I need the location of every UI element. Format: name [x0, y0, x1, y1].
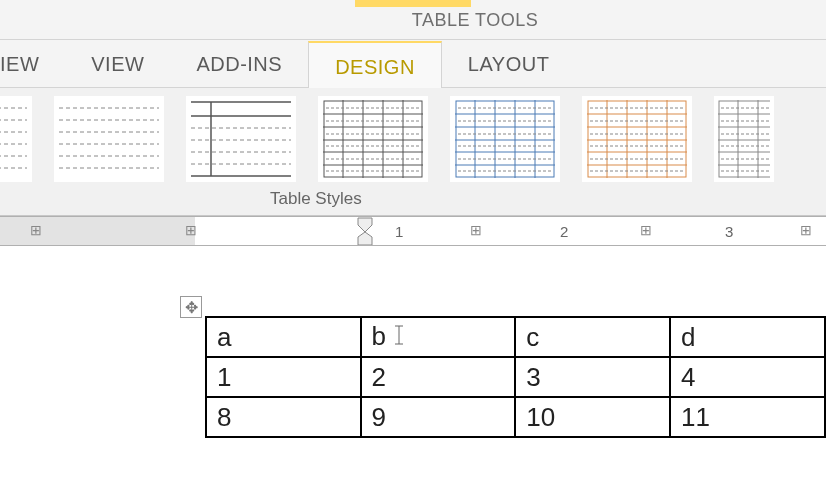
- table-style-thumb[interactable]: [450, 96, 560, 182]
- document-table[interactable]: a b c d 1 2 3 4 8 9 10 11: [205, 316, 826, 438]
- ruler-tick-icon: ⊞: [185, 222, 197, 238]
- table-row: a b c d: [206, 317, 825, 357]
- svg-rect-69: [719, 101, 770, 177]
- svg-rect-0: [0, 100, 27, 178]
- ribbon-panel: Table Styles: [0, 88, 826, 216]
- tab-view[interactable]: VIEW: [65, 40, 170, 88]
- svg-rect-37: [456, 101, 554, 177]
- context-tab-title: TABLE TOOLS: [350, 10, 600, 31]
- indent-marker-icon[interactable]: [355, 216, 375, 246]
- table-style-thumb[interactable]: [318, 96, 428, 182]
- ruler-tick-icon: ⊞: [30, 222, 42, 238]
- horizontal-ruler[interactable]: ⊞ ⊞ 1 ⊞ 2 ⊞ 3 ⊞: [0, 216, 826, 246]
- table-style-thumb[interactable]: [714, 96, 774, 182]
- svg-rect-21: [324, 101, 422, 177]
- table-row: 1 2 3 4: [206, 357, 825, 397]
- svg-marker-84: [358, 232, 372, 245]
- ruler-number: 3: [725, 223, 733, 240]
- table-cell[interactable]: 8: [206, 397, 361, 437]
- ruler-number: 2: [560, 223, 568, 240]
- ruler-number: 1: [395, 223, 403, 240]
- table-cell[interactable]: 11: [670, 397, 825, 437]
- ribbon-tabs: IEW VIEW ADD-INS DESIGN LAYOUT: [0, 40, 826, 88]
- ruler-tick-icon: ⊞: [470, 222, 482, 238]
- ruler-tick-icon: ⊞: [640, 222, 652, 238]
- tab-addins[interactable]: ADD-INS: [170, 40, 308, 88]
- svg-marker-83: [358, 218, 372, 232]
- table-cell[interactable]: a: [206, 317, 361, 357]
- cell-text: b: [372, 321, 386, 351]
- text-cursor-icon: [392, 322, 406, 353]
- document-area[interactable]: ✥ a b c d 1 2 3 4 8 9 10 11: [0, 246, 826, 504]
- table-style-thumb[interactable]: [54, 96, 164, 182]
- ruler-tick-icon: ⊞: [800, 222, 812, 238]
- svg-rect-53: [588, 101, 686, 177]
- table-style-thumb[interactable]: [186, 96, 296, 182]
- table-cell[interactable]: 10: [515, 397, 670, 437]
- table-cell[interactable]: c: [515, 317, 670, 357]
- ribbon-group-label: Table Styles: [270, 189, 362, 209]
- table-cell[interactable]: 2: [361, 357, 516, 397]
- table-style-thumb[interactable]: [0, 96, 32, 182]
- table-cell[interactable]: d: [670, 317, 825, 357]
- table-cell[interactable]: 3: [515, 357, 670, 397]
- tab-design[interactable]: DESIGN: [308, 41, 442, 89]
- table-cell[interactable]: 9: [361, 397, 516, 437]
- context-tab-highlight: [355, 0, 471, 7]
- table-cell[interactable]: b: [361, 317, 516, 357]
- table-style-thumb[interactable]: [582, 96, 692, 182]
- tab-layout[interactable]: LAYOUT: [442, 40, 576, 88]
- table-styles-gallery: [0, 96, 826, 186]
- table-cell[interactable]: 4: [670, 357, 825, 397]
- title-bar: TABLE TOOLS: [0, 0, 826, 40]
- table-row: 8 9 10 11: [206, 397, 825, 437]
- tab-review-partial[interactable]: IEW: [0, 40, 65, 88]
- table-move-handle-icon[interactable]: ✥: [180, 296, 202, 318]
- table-cell[interactable]: 1: [206, 357, 361, 397]
